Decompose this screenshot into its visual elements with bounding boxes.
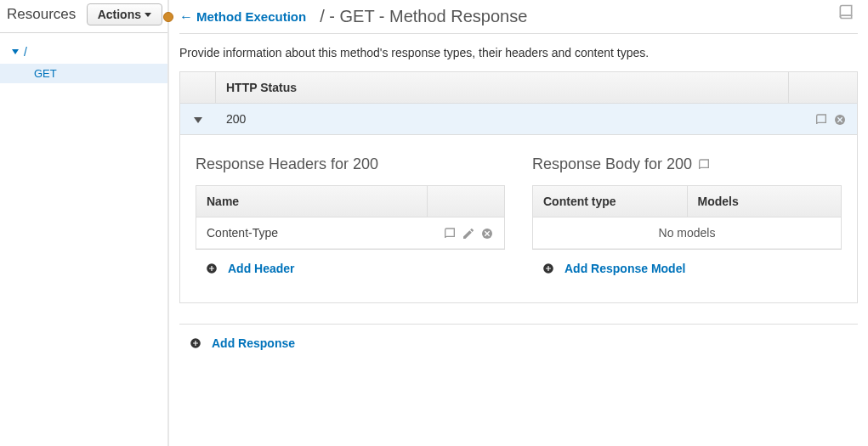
page-title: / - GET - Method Response bbox=[320, 7, 527, 26]
status-row-200[interactable]: 200 bbox=[180, 104, 857, 134]
tree-root-label: / bbox=[24, 45, 27, 59]
tree-method-label: GET bbox=[34, 67, 57, 80]
collapse-icon bbox=[12, 49, 19, 54]
plus-circle-icon bbox=[206, 263, 218, 274]
tree-root-item[interactable]: / bbox=[0, 43, 167, 60]
pane-divider[interactable] bbox=[167, 0, 169, 446]
page-description: Provide information about this method's … bbox=[179, 34, 858, 71]
add-header-button[interactable]: Add Header bbox=[196, 250, 305, 287]
response-body-title: Response Body for 200 bbox=[532, 155, 692, 173]
tree-method-get[interactable]: GET bbox=[0, 64, 167, 83]
actions-button[interactable]: Actions bbox=[87, 3, 162, 25]
resources-sidebar: Resources Actions / GET bbox=[0, 0, 167, 446]
header-row: Content-Type bbox=[196, 217, 504, 249]
actions-button-label: Actions bbox=[98, 8, 141, 21]
add-response-model-label: Add Response Model bbox=[564, 262, 685, 275]
resource-tree: / GET bbox=[0, 33, 167, 83]
header-name: Content-Type bbox=[196, 217, 428, 248]
status-code: 200 bbox=[216, 104, 789, 134]
delete-icon[interactable] bbox=[833, 111, 847, 126]
method-execution-back-link[interactable]: ← Method Execution bbox=[179, 9, 306, 25]
arrow-left-icon: ← bbox=[179, 9, 193, 25]
book-icon[interactable] bbox=[814, 111, 828, 126]
back-link-label: Method Execution bbox=[196, 9, 306, 24]
response-body-table: Content type Models No models bbox=[532, 185, 842, 250]
caret-down-icon bbox=[145, 13, 151, 17]
sidebar-title: Resources bbox=[7, 6, 76, 23]
delete-icon[interactable] bbox=[480, 225, 494, 240]
main-content: ← Method Execution / - GET - Method Resp… bbox=[169, 0, 868, 446]
headers-col-name: Name bbox=[196, 186, 428, 217]
chevron-down-icon bbox=[194, 117, 202, 123]
body-col-models: Models bbox=[688, 186, 842, 217]
no-models-text: No models bbox=[533, 217, 841, 248]
plus-circle-icon bbox=[190, 337, 201, 349]
http-status-table: HTTP Status 200 bbox=[179, 71, 858, 135]
response-body-panel: Response Body for 200 Content type Model… bbox=[532, 155, 842, 287]
status-200-details: Response Headers for 200 Name Content-Ty… bbox=[179, 135, 858, 303]
add-response-label: Add Response bbox=[212, 336, 295, 350]
response-headers-title: Response Headers for 200 bbox=[196, 155, 505, 173]
http-status-header-row: HTTP Status bbox=[180, 72, 857, 104]
book-icon[interactable] bbox=[443, 225, 457, 240]
response-headers-panel: Response Headers for 200 Name Content-Ty… bbox=[196, 155, 505, 287]
expand-toggle[interactable] bbox=[180, 104, 216, 134]
response-headers-table: Name Content-Type bbox=[196, 185, 505, 250]
add-response-section: Add Response bbox=[179, 324, 858, 362]
add-header-label: Add Header bbox=[228, 262, 295, 275]
divider-handle-icon[interactable] bbox=[163, 12, 173, 22]
plus-circle-icon bbox=[542, 263, 554, 274]
add-response-button[interactable]: Add Response bbox=[179, 325, 305, 362]
http-status-column-header: HTTP Status bbox=[216, 72, 789, 103]
book-icon[interactable] bbox=[837, 3, 854, 20]
body-empty-row: No models bbox=[533, 217, 841, 249]
edit-icon[interactable] bbox=[462, 225, 475, 240]
book-icon[interactable] bbox=[697, 155, 711, 173]
body-col-content-type: Content type bbox=[533, 186, 688, 217]
add-response-model-button[interactable]: Add Response Model bbox=[532, 250, 695, 287]
